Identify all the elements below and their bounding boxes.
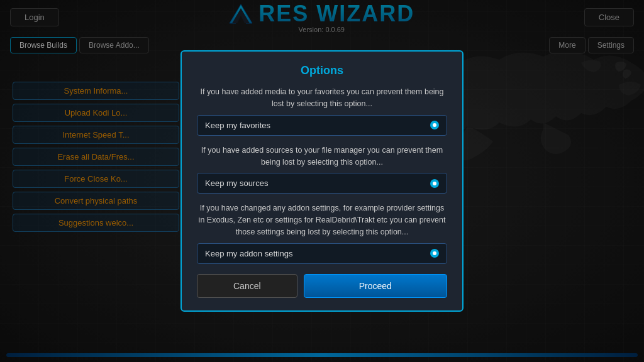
favorites-description: If you have added media to your favorite…	[197, 86, 447, 110]
addon-settings-option-row[interactable]: Keep my addon settings	[197, 243, 447, 264]
sources-radio[interactable]	[430, 179, 439, 188]
addon-settings-radio[interactable]	[430, 249, 439, 258]
sources-description: If you have added sources to your file m…	[197, 145, 447, 168]
sources-label: Keep my sources	[205, 178, 268, 188]
modal-buttons: Cancel Proceed	[197, 274, 447, 298]
sources-option-group: If you have added sources to your file m…	[197, 145, 447, 194]
options-dialog: Options If you have added media to your …	[180, 50, 464, 311]
cancel-button[interactable]: Cancel	[197, 274, 297, 298]
favorites-option-row[interactable]: Keep my favorites	[197, 115, 447, 136]
addon-settings-label: Keep my addon settings	[205, 249, 292, 258]
favorites-option-group: If you have added media to your favorite…	[197, 86, 447, 136]
favorites-label: Keep my favorites	[205, 121, 270, 130]
addon-settings-option-group: If you have changed any addon settings, …	[197, 202, 447, 263]
addon-settings-description: If you have changed any addon settings, …	[197, 202, 447, 238]
favorites-radio[interactable]	[430, 121, 439, 129]
proceed-button[interactable]: Proceed	[304, 274, 447, 298]
modal-overlay: Options If you have added media to your …	[0, 0, 644, 362]
sources-option-row[interactable]: Keep my sources	[197, 173, 447, 194]
modal-title: Options	[197, 64, 447, 77]
